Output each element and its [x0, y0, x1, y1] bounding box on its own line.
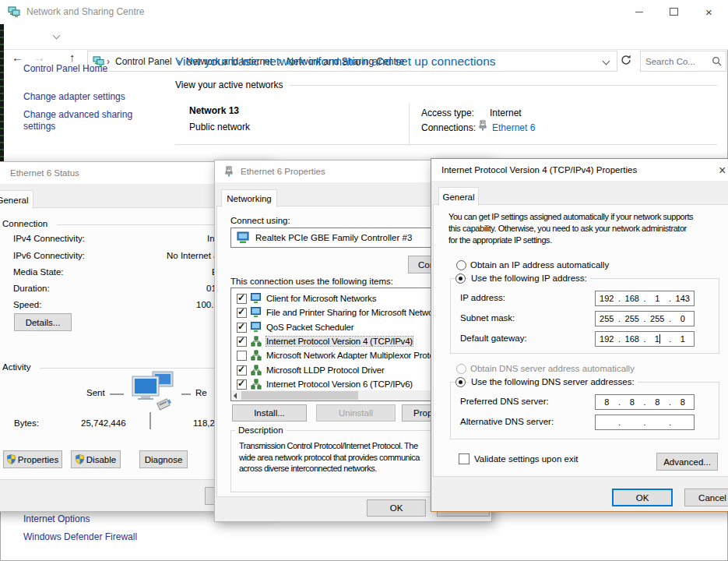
- obtain-ip-radio[interactable]: [456, 260, 466, 270]
- details-button[interactable]: Details...: [14, 313, 72, 331]
- subnet-mask-field[interactable]: 255.255.255.0: [595, 311, 695, 326]
- item-label: QoS Packet Scheduler: [266, 323, 353, 332]
- item-checkbox[interactable]: [237, 294, 247, 304]
- ethernet-6-link[interactable]: Ethernet 6: [492, 122, 535, 133]
- octet[interactable]: 143: [672, 294, 695, 303]
- advanced-button[interactable]: Advanced...: [656, 453, 718, 471]
- diagnose-label: Diagnose: [145, 455, 183, 464]
- speed-label: Speed:: [13, 300, 41, 309]
- list-item[interactable]: Internet Protocol Version 4 (TCP/IPv4): [231, 336, 439, 348]
- windows-defender-firewall-link[interactable]: Windows Defender Firewall: [23, 531, 137, 542]
- install-button[interactable]: Install...: [232, 404, 307, 422]
- ipv4-tab-general[interactable]: General: [438, 187, 479, 206]
- subnet-mask-label: Subnet mask:: [460, 313, 515, 323]
- close-button[interactable]: ×: [691, 0, 726, 23]
- status-properties-button[interactable]: Properties: [3, 450, 62, 468]
- preferred-dns-field[interactable]: 8.8.8.8: [595, 394, 695, 410]
- ipv4-cancel-button[interactable]: Cancel: [684, 489, 728, 506]
- maximize-icon: [670, 8, 678, 16]
- default-gateway-label: Default gateway:: [460, 333, 527, 343]
- tab-networking[interactable]: Networking: [221, 189, 277, 207]
- breadcrumb-control-panel[interactable]: Control Panel: [112, 56, 175, 67]
- close-icon: ×: [705, 6, 712, 18]
- use-dns-radio[interactable]: [455, 377, 466, 387]
- octet[interactable]: 192: [596, 294, 618, 303]
- search-icon[interactable]: [712, 56, 726, 66]
- ip-address-field[interactable]: 192.168.1.143: [595, 291, 695, 306]
- background-window-edge: [0, 24, 4, 161]
- octet[interactable]: 8: [646, 397, 669, 407]
- octet-separator: .: [643, 418, 646, 427]
- window-titlebar[interactable]: Network and Sharing Centre ×: [0, 0, 728, 23]
- up-button[interactable]: ↑: [69, 51, 76, 63]
- recent-pages-chevron-icon[interactable]: [53, 32, 61, 40]
- internet-options-link[interactable]: Internet Options: [23, 513, 90, 524]
- uninstall-button[interactable]: Uninstall: [316, 404, 396, 422]
- octet[interactable]: 168: [621, 294, 644, 303]
- status-tab-general[interactable]: General: [0, 190, 33, 209]
- maximize-button[interactable]: [656, 0, 691, 23]
- octet[interactable]: 1: [646, 294, 669, 303]
- diagnose-button[interactable]: Diagnose: [139, 450, 188, 468]
- ipv4-close-icon[interactable]: ×: [719, 164, 726, 177]
- back-button[interactable]: ←: [12, 51, 23, 63]
- list-item[interactable]: File and Printer Sharing for Microsoft N…: [231, 307, 439, 319]
- item-label: Internet Protocol Version 4 (TCP/IPv4): [266, 337, 413, 346]
- octet[interactable]: 8: [596, 397, 618, 407]
- octet[interactable]: 0: [672, 314, 695, 323]
- client-service-icon: [251, 322, 262, 335]
- address-dropdown-chevron-icon[interactable]: [603, 58, 610, 65]
- item-checkbox[interactable]: [237, 323, 247, 333]
- list-item[interactable]: Microsoft LLDP Protocol Driver: [231, 365, 439, 377]
- received-label: Re: [195, 388, 207, 397]
- octet[interactable]: 168: [621, 334, 644, 344]
- sidebar-item-change-advanced-sharing[interactable]: Change advanced sharing settings: [23, 109, 157, 132]
- minimize-button[interactable]: [621, 0, 656, 23]
- octet[interactable]: 255: [646, 314, 669, 323]
- connect-using-label: Connect using:: [230, 216, 290, 225]
- forward-button[interactable]: →: [33, 51, 45, 63]
- default-gateway-field[interactable]: 192.168.1.1: [595, 331, 695, 347]
- sidebar-item-control-panel-home[interactable]: Control Panel Home: [23, 63, 107, 74]
- octet[interactable]: 192: [596, 334, 618, 344]
- ipv4-ok-button[interactable]: OK: [612, 489, 673, 506]
- list-item[interactable]: Microsoft Network Adapter Multiplexor Pr…: [231, 350, 439, 362]
- bytes-label: Bytes:: [14, 418, 39, 428]
- search-input[interactable]: [641, 57, 712, 66]
- alternative-dns-field[interactable]: ...: [595, 415, 695, 430]
- horizontal-scrollbar[interactable]: [231, 390, 438, 400]
- item-checkbox[interactable]: [237, 365, 247, 376]
- scroll-left-icon[interactable]: [234, 393, 237, 399]
- list-item[interactable]: Internet Protocol Version 6 (TCP/IPv6): [231, 379, 439, 391]
- sidebar-item-change-adapter-settings[interactable]: Change adapter settings: [23, 91, 125, 102]
- octet[interactable]: 8: [621, 397, 644, 407]
- octet[interactable]: 255: [596, 314, 618, 323]
- refresh-button[interactable]: [621, 55, 631, 68]
- description-line: wide area network protocol that provides…: [239, 453, 420, 462]
- search-box[interactable]: [640, 51, 726, 72]
- octet[interactable]: 1: [672, 334, 695, 344]
- item-checkbox[interactable]: [237, 337, 247, 347]
- properties-ok-button[interactable]: OK: [367, 499, 426, 517]
- item-checkbox[interactable]: [237, 351, 247, 361]
- connection-items-list[interactable]: Client for Microsoft Networks File and P…: [230, 288, 440, 401]
- item-label: File and Printer Sharing for Microsoft N…: [266, 308, 440, 317]
- protocol-icon: [251, 365, 262, 378]
- sent-label: Sent: [86, 388, 105, 397]
- list-item[interactable]: Client for Microsoft Networks: [231, 293, 439, 305]
- obtain-dns-radio[interactable]: [456, 364, 466, 374]
- item-checkbox[interactable]: [237, 308, 247, 318]
- octet[interactable]: 255: [621, 314, 644, 323]
- list-item[interactable]: QoS Packet Scheduler: [231, 322, 439, 334]
- use-ip-radio[interactable]: [455, 273, 466, 284]
- ipv4-properties-dialog: Internet Protocol Version 4 (TCP/IPv4) P…: [431, 158, 728, 512]
- octet[interactable]: 1: [646, 334, 669, 344]
- validate-settings-label: Validate settings upon exit: [474, 454, 578, 464]
- octet[interactable]: 8: [672, 397, 695, 407]
- disable-button[interactable]: Disable: [71, 450, 121, 468]
- item-checkbox[interactable]: [237, 379, 247, 390]
- properties-ok-label: OK: [390, 503, 403, 513]
- validate-settings-checkbox[interactable]: [459, 453, 470, 464]
- network-name: Network 13: [189, 105, 239, 116]
- scrollbar-thumb[interactable]: [241, 391, 358, 400]
